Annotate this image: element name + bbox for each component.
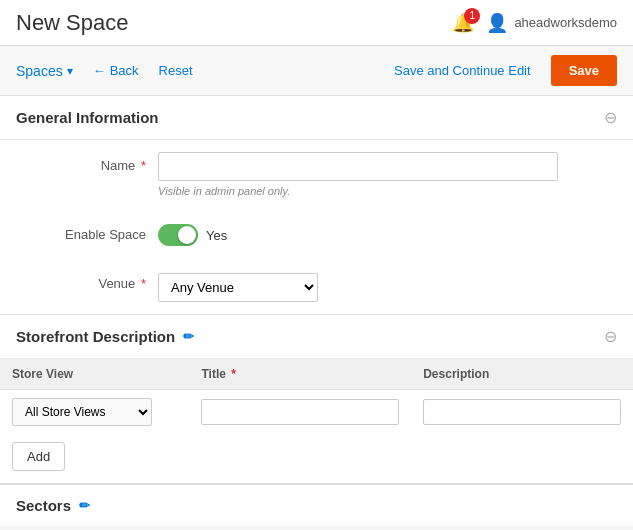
store-view-cell: All Store Views: [0, 390, 189, 435]
notification-badge: 1: [464, 8, 480, 24]
sectors-edit-icon[interactable]: ✏: [79, 498, 90, 513]
name-label: Name *: [16, 152, 146, 173]
page-title: New Space: [16, 10, 129, 36]
user-icon: 👤: [486, 12, 508, 34]
description-cell: [411, 390, 633, 435]
username-label: aheadworksdemo: [514, 15, 617, 30]
spaces-label: Spaces: [16, 63, 63, 79]
add-button[interactable]: Add: [12, 442, 65, 471]
name-field: Visible in admin panel only.: [158, 152, 617, 197]
reset-button[interactable]: Reset: [159, 63, 193, 78]
description-input[interactable]: [423, 399, 621, 425]
sectors-panel: Sectors ✏: [0, 484, 633, 526]
toggle-yes-label: Yes: [206, 228, 227, 243]
save-button[interactable]: Save: [551, 55, 617, 86]
enable-field: Yes: [158, 221, 617, 246]
venue-field-row: Venue * Any Venue: [0, 258, 633, 314]
general-section-header: General Information ⊖: [0, 96, 633, 140]
name-input[interactable]: [158, 152, 558, 181]
col-description: Description: [411, 359, 633, 390]
enable-space-row: Enable Space Yes: [0, 209, 633, 258]
back-button[interactable]: ← Back: [93, 63, 139, 78]
user-menu[interactable]: 👤 aheadworksdemo: [486, 12, 617, 34]
back-arrow-icon: ←: [93, 63, 106, 78]
storefront-collapse-icon[interactable]: ⊖: [604, 327, 617, 346]
venue-label: Venue *: [16, 270, 146, 291]
enable-toggle[interactable]: [158, 224, 198, 246]
edit-pencil-icon[interactable]: ✏: [183, 329, 194, 344]
required-star: *: [141, 158, 146, 173]
title-cell: [189, 390, 411, 435]
enable-label: Enable Space: [16, 221, 146, 242]
col-title: Title *: [189, 359, 411, 390]
storefront-section-title: Storefront Description ✏: [16, 328, 194, 345]
chevron-down-icon: ▾: [67, 64, 73, 78]
title-input[interactable]: [201, 399, 399, 425]
col-store-view: Store View: [0, 359, 189, 390]
notification-bell[interactable]: 🔔 1: [452, 12, 474, 34]
storefront-table: Store View Title * Description All Store…: [0, 359, 633, 434]
storefront-description-panel: Storefront Description ✏ ⊖ Store View Ti…: [0, 315, 633, 484]
toolbar: Spaces ▾ ← Back Reset Save and Continue …: [0, 46, 633, 96]
store-view-select[interactable]: All Store Views: [12, 398, 152, 426]
toggle-thumb: [178, 226, 196, 244]
name-hint: Visible in admin panel only.: [158, 185, 617, 197]
spaces-dropdown[interactable]: Spaces ▾: [16, 63, 73, 79]
general-information-panel: General Information ⊖ Name * Visible in …: [0, 96, 633, 315]
name-field-row: Name * Visible in admin panel only.: [0, 140, 633, 209]
top-header: New Space 🔔 1 👤 aheadworksdemo: [0, 0, 633, 46]
sectors-title: Sectors ✏: [16, 497, 617, 514]
header-right: 🔔 1 👤 aheadworksdemo: [452, 12, 617, 34]
main-content: General Information ⊖ Name * Visible in …: [0, 96, 633, 526]
table-row: All Store Views: [0, 390, 633, 435]
collapse-icon[interactable]: ⊖: [604, 108, 617, 127]
toggle-wrapper: Yes: [158, 221, 617, 246]
table-header-row: Store View Title * Description: [0, 359, 633, 390]
general-section-title: General Information: [16, 109, 159, 126]
venue-field: Any Venue: [158, 270, 617, 302]
storefront-section-header: Storefront Description ✏ ⊖: [0, 315, 633, 359]
venue-select[interactable]: Any Venue: [158, 273, 318, 302]
venue-required-star: *: [141, 276, 146, 291]
save-continue-button[interactable]: Save and Continue Edit: [394, 63, 531, 78]
